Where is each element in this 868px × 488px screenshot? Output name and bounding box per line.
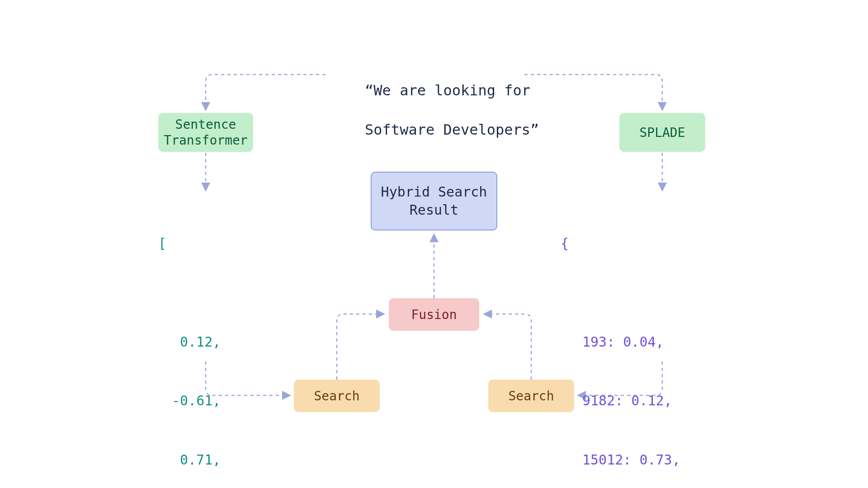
search-right-box: Search [488,380,574,412]
dense-open: [ [158,234,229,253]
sparse-entry-2: 15012: 0.73, [582,450,680,470]
query-line-1: “We are looking for [365,82,530,99]
sparse-open: { [561,234,680,253]
query-text: “We are looking for Software Developers” [330,61,520,159]
sparse-vector-display: { 193: 0.04, 9182: 0.12, 15012: 0.73, 67… [561,194,680,488]
splade-box: SPLADE [619,113,705,152]
diagram-canvas: “We are looking for Software Developers”… [90,54,778,434]
dense-vector-display: [ 0.12, -0.61, 0.71, 0.44, ... -0.92 ] [158,194,229,488]
search-left-box: Search [294,380,380,412]
fusion-box: Fusion [389,298,479,331]
query-line-2: Software Developers” [365,121,539,138]
sparse-entry-1: 9182: 0.12, [582,391,680,411]
dense-val-0: 0.12, [180,332,229,352]
sparse-entry-0: 193: 0.04, [582,332,680,352]
dense-val-2: 0.71, [180,450,229,470]
hybrid-search-result-box: Hybrid Search Result [371,172,497,230]
sentence-transformer-box: Sentence Transformer [158,113,253,152]
dense-val-1: -0.61, [172,391,229,411]
